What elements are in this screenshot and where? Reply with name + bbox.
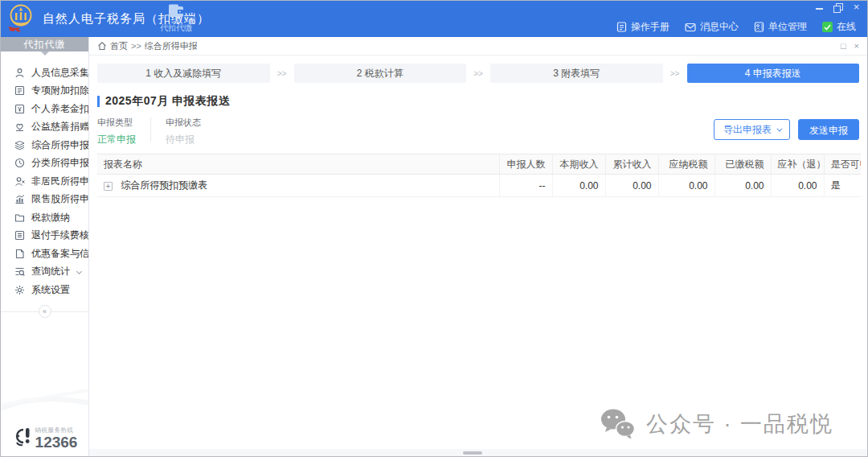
declare-status-value[interactable]: 待申报 [166, 133, 201, 146]
sidebar-item-personnel-info[interactable]: 人员信息采集 [1, 64, 88, 82]
table-row[interactable]: + 综合所得预扣预缴表 -- 0.00 0.00 0.00 0.00 0.00 … [97, 175, 861, 197]
col-can-declare: 是否可申... [824, 154, 861, 175]
decorative-swirl [1, 382, 89, 414]
search-stats-icon [14, 266, 25, 277]
content: 1 收入及减除填写 >> 2 税款计算 >> 3 附表填写 >> 4 申报表报送… [89, 56, 867, 197]
sidebar-item-label: 限售股所得申报 [31, 192, 88, 206]
sidebar-item-nonresident-income[interactable]: 非居民所得申报 [1, 172, 88, 191]
sidebar-item-classified-income[interactable]: 分类所得申报 [1, 154, 88, 173]
online-check-icon [822, 22, 833, 32]
wechat-icon [599, 408, 636, 440]
title-accent-bar [97, 96, 100, 107]
report-name: 综合所得预扣预缴表 [121, 179, 207, 191]
breadcrumb-current: 综合所得申报 [145, 40, 198, 52]
sidebar-header: 代扣代缴 [1, 37, 88, 51]
sidebar-item-special-deduction[interactable]: 专项附加扣除信息采集 [1, 82, 88, 101]
close-icon[interactable]: × [852, 3, 861, 11]
horizontal-scrollbar[interactable] [89, 449, 867, 456]
col-people-count: 申报人数 [499, 154, 552, 175]
manual-label: 操作手册 [631, 20, 669, 34]
page-title: 2025年07月 申报表报送 [105, 94, 231, 109]
sidebar-divider: « [1, 305, 88, 318]
can-declare-cell: 是 [824, 175, 861, 197]
stock-chart-icon [14, 194, 25, 204]
col-total-income: 累计收入 [605, 154, 658, 175]
tax-payable-cell: 0.00 [658, 175, 714, 197]
sidebar-item-system-settings[interactable]: 系统设置 [1, 281, 88, 299]
current-income-cell: 0.00 [552, 175, 605, 197]
action-buttons: 导出申报表 发送申报 [714, 119, 859, 140]
sidebar-item-label: 非居民所得申报 [31, 175, 88, 188]
step-tab-4-active[interactable]: 4 申报表报送 [687, 64, 860, 83]
restore-icon[interactable] [833, 3, 842, 11]
sidebar-item-label: 退付手续费核对 [31, 228, 88, 242]
module-tab-daikou-daijiao[interactable]: 代扣代缴 [158, 4, 194, 34]
section-title-row: 2025年07月 申报表报送 [97, 94, 859, 109]
org-icon [754, 22, 764, 32]
minimize-icon[interactable] [815, 3, 824, 11]
declare-status-group: 申报状态 待申报 [166, 117, 215, 146]
message-icon [685, 23, 696, 32]
sidebar-item-query-statistics[interactable]: 查询统计 [1, 263, 88, 282]
sidebar-collapse-button[interactable]: « [39, 305, 51, 318]
send-declaration-button[interactable]: 发送申报 [798, 119, 859, 140]
main-area: 首页 >> 综合所得申报 □ × 1 收入及减除填写 >> 2 税款计算 >> … [89, 37, 867, 456]
sidebar-item-refund-fee-check[interactable]: 退付手续费核对 [1, 227, 88, 245]
sidebar-item-charity-donation[interactable]: 公益慈善捐赠信息采集 [1, 118, 88, 137]
refund-doc-icon [14, 230, 25, 241]
message-center-label: 消息中心 [700, 20, 739, 34]
declare-type-value[interactable]: 正常申报 [97, 133, 136, 146]
inner-close-icon[interactable]: × [854, 40, 859, 51]
step-tab-3[interactable]: 3 附表填写 [490, 64, 663, 83]
online-status[interactable]: 在线 [822, 20, 856, 34]
sidebar-item-comprehensive-income[interactable]: 综合所得申报 [1, 136, 88, 154]
inner-restore-icon[interactable]: □ [841, 40, 846, 51]
breadcrumb-separator: >> [131, 41, 141, 51]
scrollbar-thumb[interactable] [463, 451, 482, 455]
col-report-name: 报表名称 [97, 154, 499, 175]
breadcrumb: 首页 >> 综合所得申报 □ × [89, 37, 867, 56]
gear-icon [14, 285, 25, 295]
home-icon [97, 41, 107, 51]
sidebar-item-preferential-filing[interactable]: 优惠备案与信息报送 [1, 245, 88, 263]
sidebar-item-pension-deduction[interactable]: 个人养老金扣除管理 [1, 100, 88, 118]
message-center-menu-item[interactable]: 消息中心 [685, 20, 739, 34]
declare-type-label: 申报类型 [97, 117, 136, 129]
step-separator: >> [466, 69, 490, 78]
manual-menu-item[interactable]: 操作手册 [616, 20, 669, 34]
tax-emblem-logo [6, 3, 35, 35]
person-icon [14, 68, 25, 78]
sidebar-item-tax-payment[interactable]: 税款缴纳 [1, 208, 88, 227]
inner-tab-controls: □ × [841, 40, 859, 51]
chevron-down-icon [776, 126, 782, 131]
app-window: 自然人电子税务局（扣缴端） 代扣代缴 × 操作手册 [0, 0, 868, 457]
window-controls: × [815, 3, 861, 11]
step-tab-2[interactable]: 2 税款计算 [294, 64, 467, 83]
hotline-text: 纳税服务热线 12366 [35, 426, 78, 451]
form-icon [14, 85, 25, 96]
export-report-label: 导出申报表 [723, 120, 772, 139]
report-table: 报表名称 申报人数 本期收入 累计收入 应纳税额 已缴税额 应补（退）税额 是否… [97, 154, 861, 197]
export-report-button[interactable]: 导出申报表 [714, 119, 790, 140]
breadcrumb-home[interactable]: 首页 [110, 40, 128, 52]
file-icon [14, 249, 25, 259]
expand-row-icon[interactable]: + [104, 182, 113, 191]
org-manage-menu-item[interactable]: 单位管理 [754, 20, 807, 34]
watermark: 公众号 · 一品税悦 [599, 408, 833, 440]
hotline-number: 12366 [35, 434, 78, 451]
sidebar-item-label: 综合所得申报 [31, 138, 88, 152]
people-count-cell: -- [499, 175, 552, 197]
step-tab-1[interactable]: 1 收入及减除填写 [97, 64, 270, 83]
col-tax-due-refund: 应补（退）税额 [771, 154, 824, 175]
sidebar-item-restricted-stock[interactable]: 限售股所得申报 [1, 191, 88, 209]
meta-row: 申报类型 正常申报 申报状态 待申报 导出申报表 发送申报 [97, 117, 859, 146]
tax-paid-cell: 0.00 [714, 175, 771, 197]
sidebar-item-label: 税款缴纳 [31, 211, 70, 224]
online-label: 在线 [837, 20, 856, 34]
sidebar-menu: 人员信息采集 专项附加扣除信息采集 个人养老金扣除管理 [1, 64, 88, 299]
wallet-icon [168, 4, 184, 18]
step-separator: >> [663, 69, 687, 78]
module-tab-label: 代扣代缴 [158, 23, 194, 34]
step-tabs: 1 收入及减除填写 >> 2 税款计算 >> 3 附表填写 >> 4 申报表报送 [97, 64, 859, 83]
step-separator: >> [270, 69, 294, 78]
